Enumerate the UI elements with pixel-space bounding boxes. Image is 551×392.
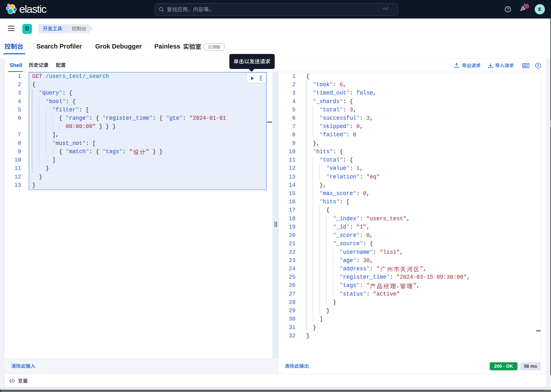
svg-text:?: ? bbox=[507, 7, 509, 11]
svg-text:?: ? bbox=[537, 64, 539, 68]
